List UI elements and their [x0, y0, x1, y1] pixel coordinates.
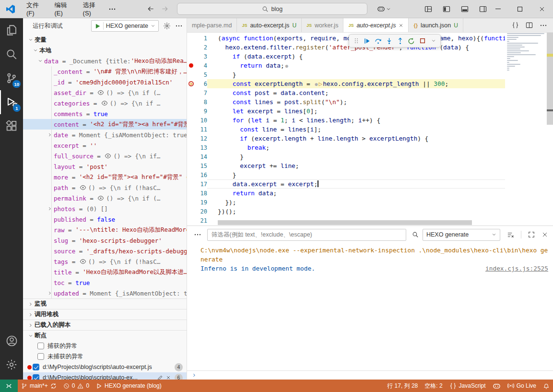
account-button[interactable] [0, 329, 23, 353]
variable-row[interactable]: full_source = () => {\n if… [23, 151, 187, 161]
tab-auto-excerpt.js[interactable]: JSauto-excerpt.js [343, 18, 409, 32]
debug-status[interactable]: HEXO generate (blog) [93, 380, 165, 392]
variable-row[interactable]: _id = 'cme9dhjdc0000jot70ial15cn' [23, 77, 187, 87]
more-actions-icon[interactable] [175, 22, 183, 30]
history-forward-icon[interactable] [161, 5, 168, 12]
close-tab-icon[interactable] [399, 23, 403, 28]
breakpoint-checkbox[interactable] [33, 364, 39, 370]
breakpoint-checkbox[interactable] [33, 374, 39, 380]
close-window-button[interactable] [531, 0, 553, 18]
debug-repl-input[interactable] [187, 370, 553, 380]
variable-row[interactable]: updated = Moment {_isAMomentObject: true… [23, 288, 187, 298]
breakpoint-row[interactable]: d:\MyProjects\blog\scripts\auto-ex...6 [23, 372, 187, 380]
code-line[interactable]: 6 const excerptLength = ●▷hexo.config.ex… [187, 79, 505, 88]
tab-auto-excerpt.js[interactable]: JSauto-excerpt.jsU [237, 18, 302, 32]
more-actions-icon[interactable] [540, 22, 547, 29]
breakpoint-gutter[interactable] [187, 63, 195, 68]
code-line[interactable]: 2 hexo.extend.filter.register('after_pos… [187, 43, 505, 52]
go-live[interactable]: Go Live [504, 380, 540, 392]
menu-item[interactable]: 编辑(E) [50, 0, 76, 19]
variable-row[interactable]: date = Moment {_isAMomentObject: true, _… [23, 130, 187, 140]
variable-row[interactable]: source = '_drafts/hexo-scripts-debugger.… [23, 246, 187, 256]
sidebar-item-search[interactable] [0, 42, 23, 66]
loaded-scripts-section-header[interactable]: 已载入的脚本 [23, 320, 187, 330]
lazy-eval-eye-icon[interactable] [97, 89, 104, 96]
code-line[interactable]: 20})(); [187, 207, 505, 216]
exception-breakpoint-row[interactable]: 捕获的异常 [23, 341, 187, 351]
settings-button[interactable] [0, 353, 23, 377]
sidebar-item-explorer[interactable] [0, 18, 23, 42]
lazy-eval-eye-icon[interactable] [80, 258, 86, 265]
clear-console-icon[interactable] [507, 231, 514, 238]
braces-icon[interactable] [512, 22, 519, 29]
debug-session-dropdown[interactable]: HEXO generate [423, 229, 500, 241]
menu-overflow-icon[interactable] [105, 3, 119, 15]
start-debug-icon[interactable] [94, 23, 101, 29]
panel-tabs-overflow-icon[interactable] [192, 231, 203, 238]
code-line[interactable]: 4 return data;● [187, 61, 505, 70]
code-line[interactable]: 19 }); [187, 198, 505, 207]
gear-icon[interactable] [163, 22, 171, 30]
edit-breakpoint-icon[interactable] [157, 375, 163, 380]
menu-item[interactable]: 文件(F) [22, 0, 48, 19]
copilot-menu-button[interactable] [374, 3, 394, 14]
code-line[interactable]: 5 } [187, 70, 505, 79]
remove-breakpoint-icon[interactable] [166, 375, 171, 380]
git-branch-status[interactable]: main*+ [18, 380, 60, 392]
maximize-button[interactable] [509, 0, 531, 18]
variable-row[interactable]: raw = '---\ntitle: Hexo自动添加ReadMore… [23, 225, 187, 235]
breakpoint-gutter[interactable] [187, 81, 195, 86]
menu-item[interactable]: 选择(S) [79, 0, 105, 19]
launch-config-dropdown[interactable]: HEXO generate [91, 20, 159, 32]
variable-row[interactable]: excerpt = '' [23, 140, 187, 151]
variable-row[interactable]: published = false [23, 214, 187, 225]
minimap[interactable] [507, 33, 546, 73]
variable-row[interactable]: title = 'Hexo自动添加ReadMore以及脚本进… [23, 267, 187, 277]
code-line[interactable]: 10 for (let i = 1; i < lines.length; i++… [187, 116, 505, 125]
close-panel-icon[interactable] [541, 231, 548, 238]
code-line[interactable]: 18 return data; [187, 189, 505, 198]
variable-row[interactable]: more = '<h2 id="背景"><a href="#背景" cl… [23, 172, 187, 182]
breakpoint-row[interactable]: d:\MyProjects\blog\scripts\auto-excerpt.… [23, 362, 187, 372]
variable-row[interactable]: slug = 'hexo-scripts-debugger' [23, 235, 187, 246]
lazy-eval-eye-icon[interactable] [101, 100, 108, 107]
breakpoints-section-header[interactable]: 断点 [23, 330, 187, 341]
variable-row[interactable]: permalink = () => {\n if (… [23, 193, 187, 203]
history-back-icon[interactable] [147, 5, 154, 12]
variables-section-header[interactable]: 变量 [23, 35, 187, 45]
customize-layout-icon[interactable] [424, 5, 432, 13]
copilot-status[interactable] [489, 380, 504, 392]
current-statement-icon[interactable] [188, 81, 194, 86]
variable-row[interactable]: tags = () => {\n if (!hasC… [23, 256, 187, 267]
indentation-status[interactable]: 空格: 2 [421, 380, 446, 392]
code-line[interactable]: 8 const lines = post.split("\n"); [187, 97, 505, 107]
stop-button[interactable] [417, 36, 427, 46]
sidebar-item-source-control[interactable]: 10 [0, 66, 23, 90]
drag-handle-icon[interactable] [351, 36, 361, 46]
code-line[interactable]: 16 } [187, 170, 505, 179]
toggle-sidebar-icon[interactable] [443, 5, 450, 13]
variable-row[interactable]: comments = true [23, 108, 187, 119]
tab-worker.js[interactable]: JSworker.js [302, 18, 343, 32]
call-stack-section-header[interactable]: 调用堆栈 [23, 309, 187, 320]
step-into-button[interactable] [384, 36, 394, 46]
toggle-secondary-sidebar-icon[interactable] [479, 5, 487, 13]
variable-row[interactable]: content = '<h2 id="背景"><a href="#背景… [23, 119, 187, 130]
code-line[interactable]: 12 if (excerpt.length + line.length > ex… [187, 134, 505, 143]
code-line[interactable]: 1(async function(exports, require, modul… [187, 34, 505, 43]
lazy-eval-eye-icon[interactable] [80, 184, 86, 191]
code-editor[interactable]: 1(async function(exports, require, modul… [187, 33, 553, 226]
variable-row[interactable]: toc = true [23, 277, 187, 288]
code-line[interactable]: 3 if (data.excerpt) { [187, 52, 505, 61]
watch-section-header[interactable]: 监视 [23, 298, 187, 309]
exception-breakpoint-row[interactable]: 未捕获的异常 [23, 351, 187, 362]
notifications-bell[interactable] [540, 380, 553, 392]
code-line[interactable]: 11 const line = lines[i]; [187, 125, 505, 134]
horizontal-scrollbar[interactable] [218, 220, 472, 225]
variable-row[interactable]: path = () => {\n if (!hasC… [23, 182, 187, 193]
code-line[interactable]: 17 data.excerpt = excerpt; [187, 179, 505, 189]
variable-row[interactable]: data = _Document {title: 'Hexo自动添加Rea… [23, 56, 187, 66]
scope-local-row[interactable]: 本地 [23, 45, 187, 56]
sidebar-item-extensions[interactable] [0, 114, 23, 138]
variable-row[interactable]: _content = '\n## 背景\n\n刚把博客建好，… [23, 66, 187, 77]
